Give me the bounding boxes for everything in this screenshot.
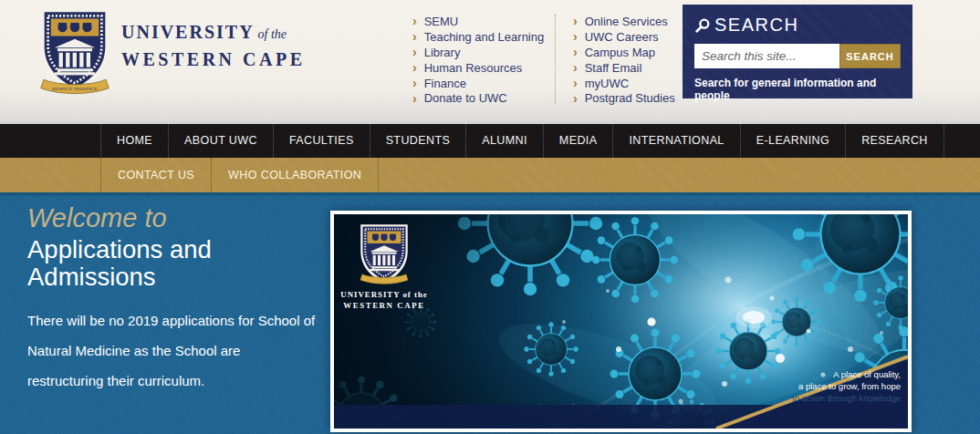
quicklink-human-resources[interactable]: ›Human Resources — [412, 60, 544, 76]
brand-university: UNIVERSITY — [121, 22, 255, 42]
brand-wordmark: UNIVERSITYof the WESTERN CAPE — [121, 22, 305, 70]
brand-of-the: of the — [258, 27, 287, 41]
nav-item-e-learning[interactable]: E-LEARNING — [740, 124, 845, 158]
uwc-homepage: RESPICE PROSPICE UNIVERSITYof the WESTER… — [0, 0, 980, 434]
quicklinks-divider — [555, 15, 556, 104]
quicklink-myuwc[interactable]: ›myUWC — [573, 76, 675, 91]
quicklink-label: Library — [424, 46, 461, 59]
search-panel: SEARCH SEARCH Search for general informa… — [683, 5, 912, 98]
link-arrow-icon: › — [412, 46, 417, 58]
link-arrow-icon: › — [412, 30, 417, 43]
quicklink-online-services[interactable]: ›Online Services — [573, 14, 675, 29]
nav-item-faculties[interactable]: FACULTIES — [273, 124, 370, 158]
quicklink-teaching-and-learning[interactable]: ›Teaching and Learning — [412, 29, 544, 45]
quicklink-label: Teaching and Learning — [424, 30, 545, 44]
quicklink-semu[interactable]: ›SEMU — [412, 14, 544, 29]
link-arrow-icon: › — [573, 92, 578, 105]
quicklink-label: UWC Careers — [585, 30, 659, 44]
link-arrow-icon: › — [412, 15, 417, 27]
banner-tagline-line-1: A place of quality, — [833, 369, 901, 379]
page-title-line-2: Admissions — [27, 264, 324, 291]
banner-tagline-line-3: to action through knowledge — [792, 393, 901, 403]
site-header: RESPICE PROSPICE UNIVERSITYof the WESTER… — [0, 0, 980, 124]
quicklink-finance[interactable]: ›Finance — [412, 76, 544, 91]
secondary-nav: CONTACT US WHO COLLABORATION — [0, 158, 980, 192]
link-arrow-icon: › — [573, 77, 578, 89]
quicklinks-column-2: ›Online Services ›UWC Careers ›Campus Ma… — [573, 14, 675, 106]
banner-tagline-line-2: a place to grow, from hope — [798, 381, 901, 391]
brand-western-cape: WESTERN CAPE — [121, 49, 305, 70]
nav-item-who-collaboration[interactable]: WHO COLLABORATION — [211, 158, 379, 192]
quicklink-campus-map[interactable]: ›Campus Map — [573, 45, 675, 60]
quicklink-label: Human Resources — [424, 61, 523, 75]
search-icon — [694, 17, 711, 34]
logo-motto: RESPICE PROSPICE — [52, 87, 98, 91]
quicklink-label: Staff Email — [585, 61, 642, 75]
search-button[interactable]: SEARCH — [839, 44, 901, 68]
uwc-logo-icon[interactable]: RESPICE PROSPICE — [35, 6, 115, 98]
quicklink-label: Campus Map — [585, 46, 655, 59]
hero-welcome: Welcome to — [27, 203, 324, 233]
search-input[interactable] — [694, 44, 839, 68]
link-arrow-icon: › — [412, 92, 417, 105]
nav-item-media[interactable]: MEDIA — [543, 124, 613, 158]
hero-notice-line: There will be no 2019 applications for S… — [27, 305, 324, 336]
hero-section: Welcome to Applications and Admissions T… — [0, 192, 980, 434]
nav-item-home[interactable]: HOME — [100, 124, 168, 158]
quicklink-label: Finance — [424, 77, 466, 90]
quicklink-library[interactable]: ›Library — [412, 45, 544, 60]
nav-item-international[interactable]: INTERNATIONAL — [612, 124, 739, 158]
quicklink-postgrad-studies[interactable]: ›Postgrad Studies — [573, 90, 675, 106]
link-arrow-icon: › — [573, 30, 578, 43]
quicklink-label: myUWC — [585, 77, 629, 90]
quicklink-label: Postgrad Studies — [585, 91, 675, 105]
hero-text: Welcome to Applications and Admissions T… — [27, 203, 324, 396]
banner-logo-line-1: UNIVERSITY of the — [340, 290, 427, 299]
quicklink-label: Donate to UWC — [424, 91, 507, 105]
hero-notice-line: Natural Medicine as the School are — [27, 336, 324, 366]
link-arrow-icon: › — [573, 61, 578, 74]
hero-banner[interactable]: A place of quality, a place to grow, fro… — [330, 211, 912, 432]
virus-banner-image: A place of quality, a place to grow, fro… — [334, 214, 908, 429]
quicklink-uwc-careers[interactable]: ›UWC Careers — [573, 29, 675, 45]
search-panel-title: SEARCH — [694, 15, 912, 36]
quicklinks-column-1: ›SEMU ›Teaching and Learning ›Library ›H… — [412, 14, 544, 106]
search-hint: Search for general information and peopl… — [694, 77, 901, 102]
link-arrow-icon: › — [573, 46, 578, 58]
search-title-label: SEARCH — [714, 15, 798, 36]
quicklink-label: SEMU — [424, 15, 459, 28]
page-title-line-1: Applications and — [27, 236, 324, 264]
link-arrow-icon: › — [412, 61, 417, 74]
page-title: Applications and Admissions — [27, 236, 324, 291]
nav-item-alumni[interactable]: ALUMNI — [465, 124, 543, 158]
nav-item-contact-us[interactable]: CONTACT US — [100, 158, 211, 192]
quicklink-label: Online Services — [585, 15, 668, 28]
link-arrow-icon: › — [412, 77, 417, 89]
hero-notice: There will be no 2019 applications for S… — [27, 305, 324, 396]
quicklink-donate-to-uwc[interactable]: ›Donate to UWC — [412, 90, 544, 106]
hero-notice-line: restructuring their curriculum. — [27, 366, 324, 396]
nav-item-students[interactable]: STUDENTS — [370, 124, 466, 158]
primary-nav: HOME ABOUT UWC FACULTIES STUDENTS ALUMNI… — [0, 124, 980, 158]
banner-logo-line-2: WESTERN CAPE — [343, 301, 424, 310]
nav-item-about-uwc[interactable]: ABOUT UWC — [168, 124, 273, 158]
nav-item-research[interactable]: RESEARCH — [845, 124, 944, 158]
quicklink-staff-email[interactable]: ›Staff Email — [573, 60, 675, 76]
link-arrow-icon: › — [573, 15, 578, 27]
